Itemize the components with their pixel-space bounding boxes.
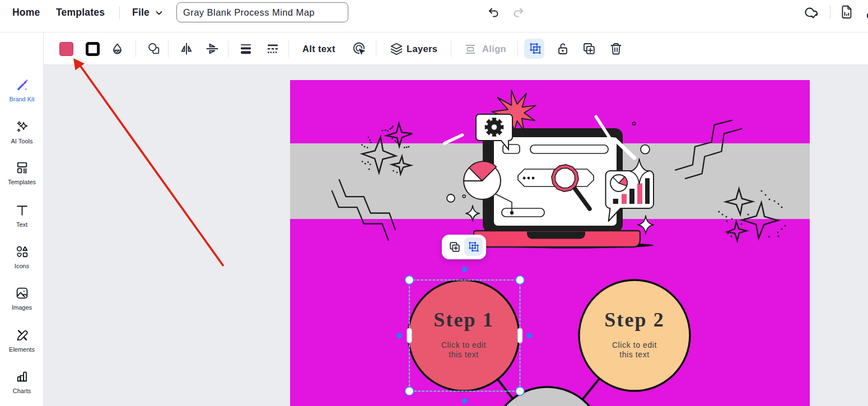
- svg-text:Click to edit: Click to edit: [612, 340, 657, 349]
- svg-text:Step 2: Step 2: [604, 309, 665, 331]
- svg-text:this text: this text: [449, 350, 479, 359]
- svg-text:Step 1: Step 1: [433, 309, 494, 331]
- svg-text:Click to edit: Click to edit: [441, 340, 486, 349]
- svg-text:this text: this text: [619, 350, 650, 359]
